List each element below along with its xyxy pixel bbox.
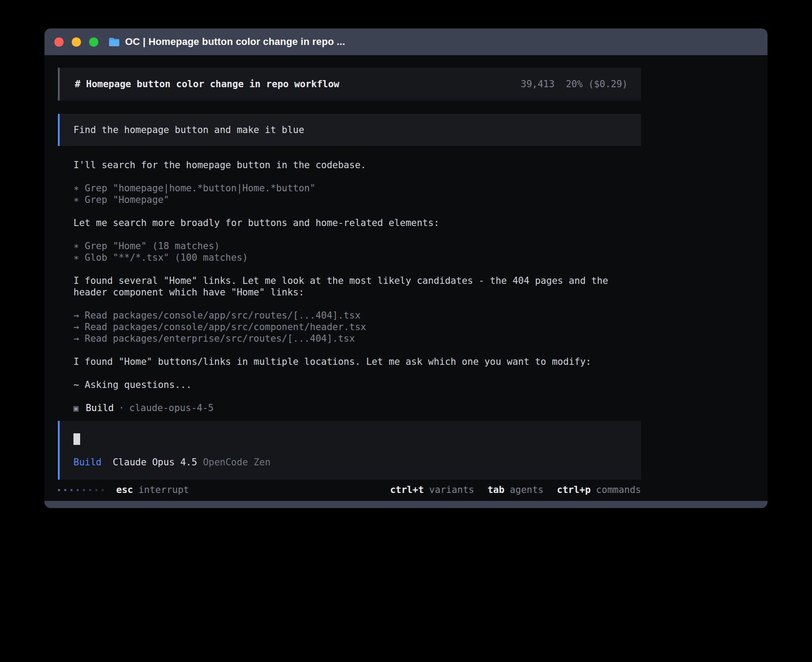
- spinner-dot: [58, 489, 60, 491]
- tool-call-read: → Read packages/enterprise/src/routes/[.…: [73, 333, 641, 344]
- tool-call-group: ∗ Grep "homepage|home.*button|Home.*butt…: [73, 182, 641, 206]
- spinner-dot: [95, 489, 97, 491]
- assistant-text: Let me search more broadly for buttons a…: [73, 217, 641, 229]
- window-titlebar[interactable]: OC | Homepage button color change in rep…: [45, 28, 767, 55]
- assistant-message: ~ Asking questions...: [73, 379, 641, 391]
- separator-dot: ·: [119, 402, 125, 414]
- assistant-text: I'll search for the homepage button in t…: [73, 159, 641, 171]
- key-ctrl-t: ctrl+t: [390, 484, 424, 496]
- desktop: { "colors": { "accent_blue": "#4f8df9", …: [0, 0, 812, 662]
- tool-call-grep: ∗ Grep "Homepage": [73, 194, 641, 206]
- assistant-message: I found several "Home" links. Let me loo…: [73, 275, 641, 298]
- key-ctrl-p: ctrl+p: [557, 484, 591, 496]
- tool-call-group: → Read packages/console/app/src/routes/[…: [73, 310, 641, 344]
- text-cursor[interactable]: [73, 433, 80, 445]
- folder-icon: [108, 37, 120, 47]
- spinner-dot: [70, 489, 73, 491]
- hint-commands: ctrl+p commands: [557, 484, 641, 496]
- input-provider-label: OpenCode Zen: [203, 456, 271, 468]
- session-stats: 39,413 20% ($0.29): [521, 78, 628, 90]
- prompt-input[interactable]: Build Claude Opus 4.5 OpenCode Zen: [58, 421, 641, 480]
- traffic-lights: [54, 37, 98, 47]
- window-bottom-edge: [45, 501, 767, 508]
- input-mode-label[interactable]: Build: [73, 456, 102, 468]
- session-header: # Homepage button color change in repo w…: [58, 68, 641, 101]
- model-name: claude-opus-4-5: [129, 402, 214, 414]
- tool-call-read: → Read packages/console/app/src/routes/[…: [73, 310, 641, 321]
- tool-call-group: ∗ Grep "Home" (18 matches) ∗ Glob "**/*.…: [73, 240, 641, 263]
- assistant-message: I found "Home" buttons/links in multiple…: [73, 356, 641, 367]
- app-window: OC | Homepage button color change in rep…: [45, 28, 767, 508]
- assistant-message: Let me search more broadly for buttons a…: [73, 217, 641, 229]
- status-bar: esc interrupt ctrl+t variants tab agents…: [58, 484, 641, 496]
- spinner-dot: [77, 489, 79, 491]
- titlebar-title-group: OC | Homepage button color change in rep…: [108, 36, 345, 48]
- terminal-content: # Homepage button color change in repo w…: [45, 55, 767, 501]
- hint-variants: ctrl+t variants: [390, 484, 474, 496]
- hint-agents: tab agents: [487, 484, 544, 496]
- assistant-text: I found several "Home" links. Let me loo…: [73, 275, 641, 298]
- tool-call-read: → Read packages/console/app/src/componen…: [73, 321, 641, 333]
- key-tab: tab: [487, 484, 504, 496]
- tool-call-grep: ∗ Grep "homepage|home.*button|Home.*butt…: [73, 182, 641, 194]
- label-commands: commands: [596, 484, 641, 496]
- conversation: I'll search for the homepage button in t…: [58, 159, 641, 414]
- busy-spinner: [58, 489, 104, 491]
- agent-name: Build: [85, 402, 114, 414]
- agent-icon: ▣: [73, 402, 78, 414]
- label-variants: variants: [429, 484, 474, 496]
- spinner-dot: [64, 489, 66, 491]
- input-model-label[interactable]: Claude Opus 4.5: [113, 456, 197, 468]
- window-title: OC | Homepage button color change in rep…: [125, 36, 345, 48]
- spinner-dot: [102, 489, 104, 491]
- assistant-status-text: ~ Asking questions...: [73, 379, 641, 391]
- key-esc: esc: [116, 484, 133, 496]
- assistant-text: I found "Home" buttons/links in multiple…: [73, 356, 641, 367]
- hint-interrupt: esc interrupt: [116, 484, 189, 496]
- shortcut-hints: ctrl+t variants tab agents ctrl+p comman…: [390, 484, 641, 496]
- close-button[interactable]: [54, 37, 64, 47]
- user-message-text: Find the homepage button and make it blu…: [73, 124, 304, 136]
- assistant-message: I'll search for the homepage button in t…: [73, 159, 641, 171]
- spinner-dot: [83, 489, 85, 491]
- tool-call-grep: ∗ Grep "Home" (18 matches): [73, 240, 641, 252]
- label-agents: agents: [510, 484, 544, 496]
- label-interrupt: interrupt: [138, 484, 189, 496]
- session-title: # Homepage button color change in repo w…: [75, 78, 339, 90]
- zoom-button[interactable]: [89, 37, 98, 47]
- spinner-dot: [89, 489, 91, 491]
- input-meta-row: Build Claude Opus 4.5 OpenCode Zen: [73, 456, 629, 468]
- agent-status-row: ▣ Build · claude-opus-4-5: [73, 402, 641, 414]
- minimize-button[interactable]: [72, 37, 81, 47]
- user-message: Find the homepage button and make it blu…: [58, 114, 641, 146]
- tool-call-glob: ∗ Glob "**/*.tsx" (100 matches): [73, 252, 641, 263]
